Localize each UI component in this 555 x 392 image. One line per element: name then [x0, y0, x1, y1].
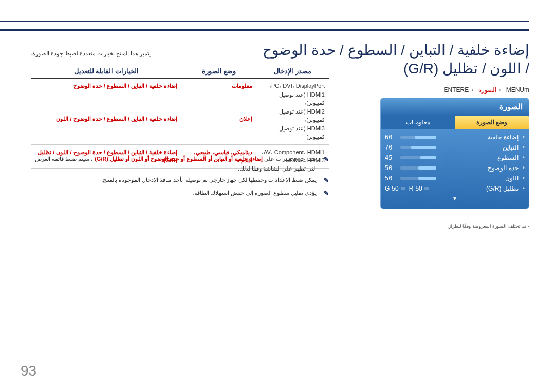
osd-panel: الصورة وضع الصورة معلومـات •إضاءة خلفية … — [380, 98, 529, 209]
breadcrumb: MENUm ← الصورة ← ENTERE — [444, 86, 529, 94]
tint-r-label: R — [409, 185, 414, 192]
cell-opts: إضاءة خلفية / التباين / السطوع / حدة الو… — [31, 79, 181, 111]
title-line-1: إضاءة خلفية / التباين / السطوع / حدة الو… — [263, 42, 529, 58]
osd-row-sharpness[interactable]: •حدة الوضوح 50 — [385, 163, 525, 173]
bullet-icon: • — [523, 175, 525, 182]
osd-label: حدة الوضوح — [488, 164, 518, 172]
tab-picture-mode[interactable]: وضع الصورة — [455, 116, 529, 129]
bullet-icon: • — [523, 134, 525, 141]
bc-menu: MENUm — [506, 86, 529, 94]
osd-title: الصورة — [381, 98, 529, 116]
osd-row-backlight[interactable]: •إضاءة خلفية 60 — [385, 132, 525, 142]
slider-track[interactable] — [400, 177, 436, 180]
slider-track[interactable] — [400, 136, 436, 139]
hint-highlight: إضاءة خلفية أو التباين أو السطوع أو حدة … — [95, 156, 263, 162]
osd-row-color[interactable]: •اللون 50 — [385, 173, 525, 183]
hint-text-pre: عند إجراء تغييرات على — [263, 156, 317, 162]
input-mode-table: مصدر الإدخال وضع الصورة الخيارات القابلة… — [31, 64, 329, 169]
cell-mode: معلومات — [181, 79, 256, 111]
arrow-left-icon: ← — [498, 86, 504, 94]
hint-item: ✎ عند إجراء تغييرات على إضاءة خلفية أو ا… — [31, 154, 329, 173]
tab-information[interactable]: معلومـات — [381, 116, 455, 129]
osd-label: التباين — [503, 144, 519, 151]
hint-text: يمكن ضبط الإعدادات وحفظها لكل جهاز خارجي… — [101, 177, 317, 183]
header-bar — [0, 21, 529, 31]
hint-item: ✎ يؤدي تقليل سطوع الصورة إلى خفض استهلاك… — [31, 188, 329, 198]
osd-body: •إضاءة خلفية 60 •التباين 70 •السطوع 45 •… — [381, 129, 529, 209]
osd-label: إضاءة خلفية — [488, 134, 518, 141]
osd-value: 45 — [385, 154, 397, 161]
osd-note: - قد تختلف الصورة المعروضة وفقًا للطراز. — [447, 223, 529, 229]
osd-row-brightness[interactable]: •السطوع 45 — [385, 153, 525, 163]
th-options: الخيارات القابلة للتعديل — [31, 64, 181, 79]
tint-g-value: 50 — [392, 185, 398, 192]
slider-track[interactable] — [400, 166, 436, 170]
bullet-icon: • — [523, 185, 525, 192]
osd-value: 50 — [385, 164, 397, 172]
cell-input: PC، DVI، DisplayPort، HDMI1 (عند توصيل ك… — [256, 79, 329, 145]
th-mode: وضع الصورة — [181, 64, 256, 79]
osd-label: تظليل (G/R) — [486, 185, 519, 192]
chevron-down-icon[interactable]: ▼ — [385, 194, 525, 201]
bc-enter: ENTERE — [444, 86, 469, 94]
mini-slider — [424, 187, 429, 190]
bullet-icon: • — [523, 154, 525, 161]
note-icon: ✎ — [321, 154, 329, 164]
page-number: 93 — [21, 363, 36, 379]
intro-text: يتميز هذا المنتج بخيارات متعددة لضبط جود… — [31, 50, 151, 57]
slider-track[interactable] — [400, 156, 436, 159]
osd-row-tint[interactable]: •تظليل (G/R) G 50 R 50 — [385, 183, 525, 194]
hints-list: ✎ عند إجراء تغييرات على إضاءة خلفية أو ا… — [31, 154, 329, 200]
osd-row-contrast[interactable]: •التباين 70 — [385, 142, 525, 153]
bc-picture: الصورة — [478, 86, 496, 94]
arrow-left-icon: ← — [471, 86, 477, 94]
mini-slider — [401, 187, 405, 190]
table-row: PC، DVI، DisplayPort، HDMI1 (عند توصيل ك… — [31, 79, 329, 111]
note-icon: ✎ — [321, 188, 329, 198]
slider-track[interactable] — [400, 146, 436, 149]
th-input: مصدر الإدخال — [256, 64, 329, 79]
title-line-2: / اللون / تظليل (G/R) — [403, 61, 529, 77]
osd-label: السطوع — [497, 154, 519, 161]
osd-label: اللون — [505, 175, 519, 182]
osd-tabs: وضع الصورة معلومـات — [381, 116, 529, 129]
bullet-icon: • — [523, 144, 525, 151]
tint-r-value: 50 — [415, 185, 422, 192]
osd-value: 60 — [385, 134, 397, 141]
hint-item: ✎ يمكن ضبط الإعدادات وحفظها لكل جهاز خار… — [31, 175, 329, 185]
cell-mode: إعلان — [181, 111, 256, 144]
cell-opts: إضاءة خلفية / التباين / السطوع / حدة الو… — [31, 111, 181, 144]
tint-g-label: G — [385, 185, 390, 192]
osd-value: 70 — [385, 144, 397, 151]
hint-text: يؤدي تقليل سطوع الصورة إلى خفض استهلاك ا… — [193, 190, 317, 196]
bullet-icon: • — [523, 164, 525, 172]
note-icon: ✎ — [321, 175, 329, 185]
osd-value: 50 — [385, 175, 397, 182]
